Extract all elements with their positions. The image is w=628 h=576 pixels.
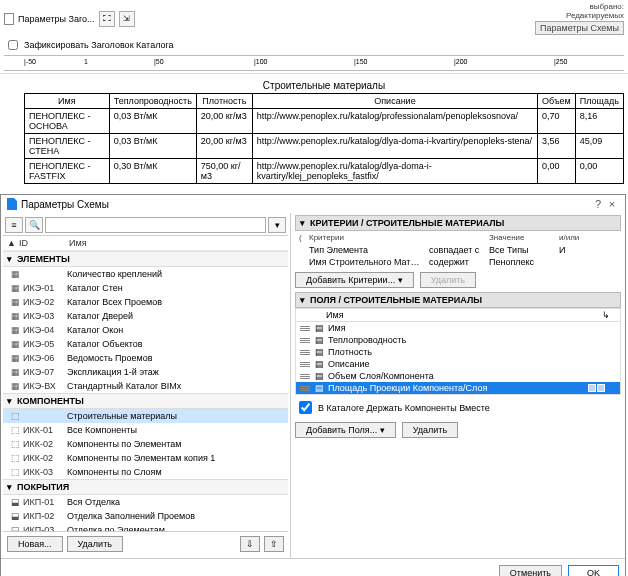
- field-row[interactable]: ▤Теплопроводность: [296, 334, 620, 346]
- fields-panel-header[interactable]: ▾ ПОЛЯ / СТРОИТЕЛЬНЫЕ МАТЕРИАЛЫ: [295, 292, 621, 308]
- tree-item[interactable]: ⬓ИКП-03Отделка по Элементам: [3, 523, 288, 531]
- criteria-panel-header[interactable]: ▾ КРИТЕРИИ / СТРОИТЕЛЬНЫЕ МАТЕРИАЛЫ: [295, 215, 621, 231]
- tree-item[interactable]: ▦ИКЭ-ВХСтандартный Каталог BIMx: [3, 379, 288, 393]
- delete-button[interactable]: Удалить: [67, 536, 123, 552]
- cell-area: 45,09: [575, 134, 623, 159]
- col-name-header[interactable]: Имя: [69, 238, 284, 248]
- field-type-icon: ▤: [313, 335, 325, 345]
- item-name: Каталог Объектов: [67, 339, 284, 349]
- tree-item[interactable]: ⬚ИКК-03Компоненты по Слоям: [3, 465, 288, 479]
- tree-item[interactable]: ▦Количество креплений: [3, 267, 288, 281]
- crit-col-value: Значение: [485, 233, 555, 242]
- field-row[interactable]: ▤Описание: [296, 358, 620, 370]
- field-row[interactable]: ▤Площадь Проекции Компонента/Слоя: [296, 382, 620, 394]
- ok-button[interactable]: OK: [568, 565, 619, 576]
- import-icon[interactable]: ⇩: [240, 536, 260, 552]
- tree-item[interactable]: ▦ИКЭ-01Каталог Стен: [3, 281, 288, 295]
- drag-icon[interactable]: [300, 386, 310, 391]
- tree-item[interactable]: ⬓ИКП-01Вся Отделка: [3, 495, 288, 509]
- item-name: Отделка по Элементам: [67, 525, 284, 531]
- expand-icon[interactable]: ⛶: [99, 11, 115, 27]
- list-view-icon[interactable]: ≡: [5, 217, 23, 233]
- tree-item[interactable]: ▦ИКЭ-02Каталог Всех Проемов: [3, 295, 288, 309]
- schema-tree[interactable]: ▾ЭЛЕМЕНТЫ▦Количество креплений▦ИКЭ-01Кат…: [3, 251, 288, 531]
- chevron-down-icon: ▾: [300, 218, 310, 228]
- dialog-icon: [7, 198, 17, 210]
- cell-vol: 0,00: [538, 159, 576, 184]
- export-icon[interactable]: ⇧: [264, 536, 284, 552]
- tree-item[interactable]: ▦ИКЭ-04Каталог Окон: [3, 323, 288, 337]
- drag-icon[interactable]: [300, 362, 310, 367]
- field-controls[interactable]: [588, 384, 616, 392]
- cell-name: ПЕНОПЛЕКС - FASTFIX: [25, 159, 110, 184]
- tree-group[interactable]: ▾ЭЛЕМЕНТЫ: [3, 251, 288, 267]
- col-id-header[interactable]: ID: [19, 238, 69, 248]
- keep-components-checkbox[interactable]: [299, 401, 312, 414]
- tree-item[interactable]: ▦ИКЭ-07Экспликация 1-й этаж: [3, 365, 288, 379]
- status-selected: выбрано:: [535, 2, 624, 11]
- tree-item[interactable]: ▦ИКЭ-05Каталог Объектов: [3, 337, 288, 351]
- crit-col-op: [425, 233, 485, 242]
- criteria-row[interactable]: Имя Строительного Мат…содержитПеноплекс: [295, 256, 621, 268]
- crit-val: Все Типы: [485, 245, 555, 255]
- lock-header-label: Зафиксировать Заголовок Каталога: [24, 40, 174, 50]
- drag-icon[interactable]: [300, 350, 310, 355]
- tree-item[interactable]: ▦ИКЭ-06Ведомость Проемов: [3, 351, 288, 365]
- add-fields-button[interactable]: Добавить Поля... ▾: [295, 422, 396, 438]
- help-icon[interactable]: ?: [591, 198, 605, 210]
- tree-item[interactable]: ⬚ИКК-01Все Компоненты: [3, 423, 288, 437]
- tree-item[interactable]: ▦ИКЭ-03Каталог Дверей: [3, 309, 288, 323]
- status-editable: Редактируемых: [535, 11, 624, 20]
- tree-item[interactable]: ⬚Строительные материалы: [3, 409, 288, 423]
- search-icon[interactable]: 🔍: [25, 217, 43, 233]
- tree-item[interactable]: ⬚ИКК-02Компоненты по Элементам: [3, 437, 288, 451]
- search-input[interactable]: [45, 217, 266, 233]
- crit-op: совпадает с: [425, 245, 485, 255]
- drag-icon[interactable]: [300, 326, 310, 331]
- comp-icon: ⬚: [7, 438, 23, 450]
- chevron-down-icon: ▾: [7, 482, 17, 492]
- remove-criteria-button[interactable]: Удалить: [420, 272, 476, 288]
- crit-col-criteria: Критерии: [305, 233, 425, 242]
- tree-group[interactable]: ▾КОМПОНЕНТЫ: [3, 393, 288, 409]
- field-row[interactable]: ▤Объем Слоя/Компонента: [296, 370, 620, 382]
- remove-field-button[interactable]: Удалить: [402, 422, 458, 438]
- tree-group[interactable]: ▾ПОКРЫТИЯ: [3, 479, 288, 495]
- field-name: Площадь Проекции Компонента/Слоя: [328, 383, 585, 393]
- item-id: ИКЭ-03: [23, 311, 67, 321]
- item-id: ИКК-02: [23, 439, 67, 449]
- new-button[interactable]: Новая...: [7, 536, 63, 552]
- drag-icon[interactable]: [300, 374, 310, 379]
- crit-col-andor: и/или: [555, 233, 585, 242]
- field-row[interactable]: ▤Плотность: [296, 346, 620, 358]
- field-name: Имя: [328, 323, 585, 333]
- drag-icon[interactable]: [300, 338, 310, 343]
- item-name: Вся Отделка: [67, 497, 284, 507]
- add-criteria-button[interactable]: Добавить Критерии... ▾: [295, 272, 414, 288]
- cell-desc: http://www.penoplex.ru/katalog/dlya-doma…: [252, 159, 537, 184]
- cancel-button[interactable]: Отменить: [499, 565, 562, 576]
- filter-icon[interactable]: ▾: [268, 217, 286, 233]
- close-icon[interactable]: ×: [605, 198, 619, 210]
- crit-name: Имя Строительного Мат…: [305, 257, 425, 267]
- table-row: ПЕНОПЛЕКС - СТЕНА0,03 Вт/мК20,00 кг/м3ht…: [25, 134, 624, 159]
- grid-icon: ▦: [7, 296, 23, 308]
- field-type-icon: ▤: [313, 383, 325, 393]
- item-id: ИКЭ-02: [23, 297, 67, 307]
- grid-icon: ▦: [7, 268, 23, 280]
- lock-header-checkbox[interactable]: [8, 40, 18, 50]
- collapse-icon[interactable]: ⇲: [119, 11, 135, 27]
- criteria-row[interactable]: Тип Элементасовпадает сВсе ТипыИ: [295, 244, 621, 256]
- tree-item[interactable]: ⬓ИКП-02Отделка Заполнений Проемов: [3, 509, 288, 523]
- materials-table: Имя Теплопроводность Плотность Описание …: [24, 93, 624, 184]
- sort-up-icon[interactable]: ▲: [7, 238, 19, 248]
- item-id: ИКК-01: [23, 425, 67, 435]
- cell-area: 0,00: [575, 159, 623, 184]
- item-name: Компоненты по Элементам копия 1: [67, 453, 284, 463]
- tree-item[interactable]: ⬚ИКК-02Компоненты по Элементам копия 1: [3, 451, 288, 465]
- field-row[interactable]: ▤Имя: [296, 322, 620, 334]
- cell-desc: http://www.penoplex.ru/katalog/professio…: [252, 109, 537, 134]
- schema-params-button[interactable]: Параметры Схемы: [535, 21, 624, 35]
- materials-title: Строительные материалы: [24, 78, 624, 93]
- dialog-title: Параметры Схемы: [21, 199, 109, 210]
